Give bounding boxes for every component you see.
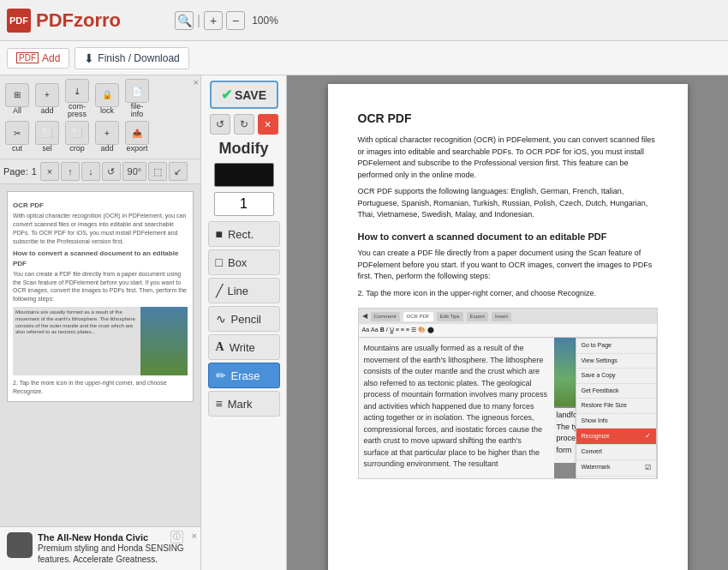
sim-tool-6: ≡ — [396, 326, 399, 335]
save-button[interactable]: ✔ SAVE — [210, 81, 278, 109]
zoom-controls: 🔍 | + − 100% — [175, 11, 278, 30]
main-area: ⊞ All + add ⤓ com-press 🔒 lock 📄 fil — [0, 75, 728, 570]
tool-export-icon: 📤 — [125, 121, 149, 145]
number-input[interactable]: 1 — [214, 192, 274, 216]
edit-controls: ↺ ↻ × — [205, 114, 283, 135]
tool-fileinfo-icon: 📄 — [125, 79, 149, 103]
thumbnail-area: OCR PDF With optical character recogniti… — [0, 184, 200, 526]
content-area: OCR PDF With optical character recogniti… — [287, 75, 728, 570]
pdf-heading-2: How to convert a scanned document to an … — [358, 230, 658, 244]
page-up-button[interactable]: ↑ — [61, 162, 80, 181]
thumb-heading-1: OCR PDF — [13, 201, 188, 210]
pdf-para-2: OCR PDF supports the following languages… — [358, 186, 658, 221]
write-icon: A — [216, 340, 224, 354]
undo-button[interactable]: ↺ — [210, 114, 230, 135]
line-tool-button[interactable]: ╱ Line — [208, 278, 280, 303]
menu-item-drop[interactable]: Drop — [576, 477, 656, 480]
tool-cut[interactable]: ✂ cut — [3, 121, 31, 153]
sim-tool-8: ≡ — [406, 326, 409, 335]
tool-all[interactable]: ⊞ All — [3, 83, 31, 115]
pdf-sim-toolbar: Aa Aa B I U̲ ≡ ≡ ≡ ☰ 🎨 ⬤ — [359, 324, 657, 338]
add-button[interactable]: PDF Add — [7, 48, 69, 69]
ad-info-icon[interactable]: ⓘ — [170, 531, 183, 543]
menu-item-viewsettings[interactable]: View Settings — [576, 354, 656, 369]
logo-icon: PDF — [7, 9, 31, 33]
tool-crop-icon: ⬜ — [65, 121, 89, 145]
tool-crop-label: crop — [69, 145, 85, 153]
menu-item-convert[interactable]: Convert — [576, 445, 656, 460]
page-extra-btn2[interactable]: ↙ — [169, 162, 188, 181]
sim-tool-11: ⬤ — [427, 326, 434, 335]
ad-brand-icon — [7, 532, 33, 558]
write-tool-button[interactable]: A Write — [208, 334, 280, 360]
sim-tab-insert: Insert — [492, 312, 511, 321]
pdf-page: OCR PDF With optical character recogniti… — [328, 84, 688, 570]
tool-add2[interactable]: + add — [93, 121, 121, 153]
pdf-sim-text-left: Mountains are usually formed as a result… — [359, 338, 554, 478]
download-button[interactable]: ⬇ Finish / Download — [75, 47, 188, 69]
rect-label: Rect. — [228, 228, 254, 241]
sim-tool-1: Aa — [362, 326, 370, 335]
tool-select[interactable]: ⬜ sel — [33, 121, 61, 153]
erase-tool-button[interactable]: ✏ Erase — [208, 363, 280, 388]
page-close-button[interactable]: × — [40, 162, 59, 181]
box-tool-button[interactable]: □ Box — [208, 249, 280, 275]
tool-compress[interactable]: ⤓ com-press — [63, 79, 91, 118]
left-sidebar: ⊞ All + add ⤓ com-press 🔒 lock 📄 fil — [0, 75, 201, 570]
zoom-level-display: 100% — [252, 15, 278, 27]
page-rotate-button[interactable]: ↺ — [102, 162, 121, 181]
toolbar-close-icon[interactable]: × — [194, 77, 199, 87]
mark-tool-button[interactable]: ≡ Mark — [208, 391, 280, 417]
tool-cut-label: cut — [12, 145, 22, 153]
menu-item-getfeedback[interactable]: Get Feedback — [576, 384, 656, 399]
tool-fileinfo[interactable]: 📄 file-info — [123, 79, 151, 118]
line-label: Line — [228, 285, 249, 297]
tool-add-icon: + — [35, 83, 59, 107]
rect-tool-button[interactable]: ■ Rect. — [208, 221, 280, 247]
redo-button[interactable]: ↻ — [234, 114, 254, 135]
top-bar: PDF PDFzorro 🔍 | + − 100% — [0, 0, 728, 41]
box-icon: □ — [216, 255, 223, 269]
ad-close-button[interactable]: × — [192, 531, 197, 541]
thumb-heading-2: How to convert a scanned document to an … — [13, 249, 188, 267]
sim-tool-7: ≡ — [401, 326, 404, 335]
menu-item-recognize[interactable]: Recognize✓ — [576, 429, 656, 445]
sim-text-left-content: Mountains are usually formed as a result… — [364, 343, 549, 471]
zoom-out-button[interactable]: − — [226, 11, 245, 30]
erase-label: Erase — [231, 369, 260, 382]
menu-item-showinfo[interactable]: Show Info — [576, 414, 656, 429]
page-angle-button[interactable]: 90° — [122, 162, 146, 181]
tool-buttons: ■ Rect. □ Box ╱ Line ∿ Pencil A Write ✏ … — [208, 221, 280, 417]
tool-export[interactable]: 📤 export — [123, 121, 151, 153]
thumb-img-left: Mountains are usually formed as a result… — [13, 307, 140, 375]
menu-item-watermark[interactable]: Watermark☑ — [576, 460, 656, 477]
download-label: Finish / Download — [98, 52, 179, 64]
zoom-search-icon[interactable]: 🔍 — [175, 11, 194, 30]
menu-item-restorefilesize[interactable]: Restore File Size — [576, 399, 656, 414]
sim-tool-9: ☰ — [411, 326, 416, 335]
tool-add[interactable]: + add — [33, 83, 61, 115]
tool-lock-icon: 🔒 — [95, 83, 119, 107]
pdf-para-3: You can create a PDF file directly from … — [358, 248, 658, 283]
close-edit-button[interactable]: × — [258, 114, 278, 135]
page-controls: Page: 1 × ↑ ↓ ↺ 90° ⬚ ↙ — [0, 159, 200, 184]
tool-crop[interactable]: ⬜ crop — [63, 121, 91, 153]
menu-item-saveacopy[interactable]: Save a Copy — [576, 369, 656, 384]
menu-item-gotopage[interactable]: Go to Page — [576, 339, 656, 354]
pdf-context-menu: Go to Page View Settings Save a Copy Get… — [576, 338, 657, 479]
zoom-divider: | — [197, 13, 200, 28]
page-label: Page: — [3, 166, 28, 177]
logo-area: PDF PDFzorro — [7, 9, 161, 33]
page-extra-btn1[interactable]: ⬚ — [148, 162, 167, 181]
color-swatch[interactable] — [214, 163, 274, 187]
mark-label: Mark — [228, 398, 253, 411]
save-check-icon: ✔ — [221, 87, 232, 103]
tool-lock[interactable]: 🔒 lock — [93, 83, 121, 115]
add-icon: PDF — [16, 52, 39, 63]
right-tool-panel: ✔ SAVE ↺ ↻ × Modify 1 ■ Rect. □ Box — [201, 75, 287, 570]
page-down-button[interactable]: ↓ — [81, 162, 100, 181]
write-label: Write — [230, 341, 255, 354]
zoom-in-button[interactable]: + — [204, 11, 223, 30]
thumb-body-3: Mountains are usually formed as a result… — [15, 309, 138, 336]
pencil-tool-button[interactable]: ∿ Pencil — [208, 306, 280, 332]
